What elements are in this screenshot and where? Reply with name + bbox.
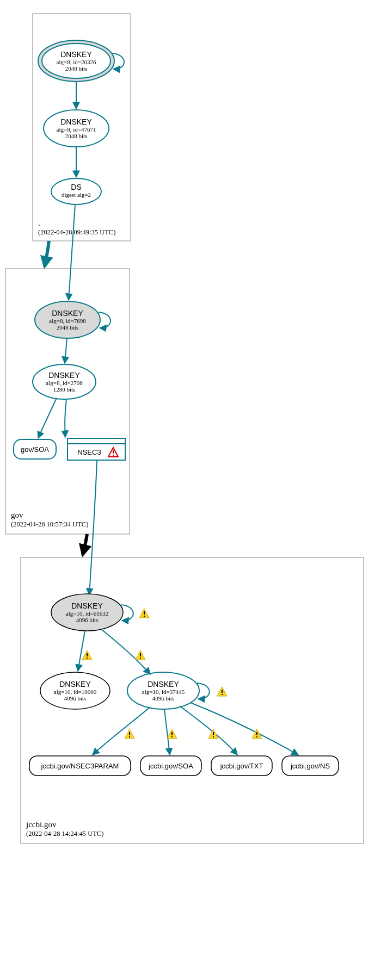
edge-zsk2-txt <box>180 706 237 755</box>
edge-jccbi-ksk-zsk1 <box>78 631 85 671</box>
edge-root-to-gov-delegation <box>45 241 49 266</box>
warning-icon <box>208 729 218 739</box>
svg-text:1280 bits: 1280 bits <box>53 386 76 393</box>
svg-text:4096 bits: 4096 bits <box>64 695 87 702</box>
svg-text:gov/SOA: gov/SOA <box>21 445 49 454</box>
node-jccbi-ns: jccbi.gov/NS <box>282 756 339 776</box>
warning-icon <box>136 650 145 660</box>
zone-jccbi-timestamp: (2022-04-28 14:24:45 UTC) <box>26 830 103 838</box>
edge-gov-ksk-zsk <box>65 338 67 363</box>
svg-text:2048 bits: 2048 bits <box>65 65 88 72</box>
dnssec-graph: . (2022-04-28 09:49:35 UTC) DNSKEY alg=8… <box>0 0 387 980</box>
svg-text:DNSKEY: DNSKEY <box>148 680 179 689</box>
warning-icon <box>167 729 177 739</box>
svg-text:DNSKEY: DNSKEY <box>52 309 83 318</box>
node-root-zsk: DNSKEY alg=8, id=47671 2048 bits <box>44 110 109 147</box>
svg-text:2048 bits: 2048 bits <box>65 133 88 139</box>
edge-ds-to-gov-ksk <box>69 204 75 300</box>
svg-text:alg=8, id=47671: alg=8, id=47671 <box>57 126 96 133</box>
edge-zsk2-ns <box>191 703 298 755</box>
edge-nsec3-to-jccbi-ksk <box>89 460 97 595</box>
warning-icon <box>139 609 149 618</box>
svg-text:jccbi.gov/TXT: jccbi.gov/TXT <box>220 762 263 770</box>
zone-gov-timestamp: (2022-04-28 10:57:34 UTC) <box>11 520 88 528</box>
svg-text:jccbi.gov/NSEC3PARAM: jccbi.gov/NSEC3PARAM <box>41 762 119 770</box>
svg-text:digest alg=2: digest alg=2 <box>62 191 91 198</box>
edge-jccbi-ksk-zsk2 <box>101 629 150 674</box>
svg-text:alg=10, id=37445: alg=10, id=37445 <box>142 689 185 695</box>
zone-jccbi: jccbi.gov (2022-04-28 14:24:45 UTC) DNSK… <box>21 557 364 843</box>
svg-text:4096 bits: 4096 bits <box>76 617 99 623</box>
zone-root: . (2022-04-28 09:49:35 UTC) DNSKEY alg=8… <box>33 14 131 241</box>
zone-gov: gov (2022-04-28 10:57:34 UTC) DNSKEY alg… <box>5 269 130 534</box>
svg-text:alg=8, id=20326: alg=8, id=20326 <box>57 59 96 65</box>
node-jccbi-ksk: DNSKEY alg=10, id=61632 4096 bits <box>51 594 123 631</box>
edge-zsk2-soa <box>164 709 170 755</box>
zone-jccbi-label: jccbi.gov <box>26 820 57 829</box>
node-jccbi-txt: jccbi.gov/TXT <box>211 756 272 776</box>
node-jccbi-zsk2: DNSKEY alg=10, id=37445 4096 bits <box>127 672 199 709</box>
svg-text:2048 bits: 2048 bits <box>57 324 79 331</box>
edge-gov-zsk-nsec3 <box>65 399 66 437</box>
svg-text:DNSKEY: DNSKEY <box>60 50 92 59</box>
node-jccbi-nsec3param: jccbi.gov/NSEC3PARAM <box>29 756 131 776</box>
svg-text:alg=8, id=2706: alg=8, id=2706 <box>46 380 83 386</box>
node-jccbi-zsk1: DNSKEY alg=10, id=18080 4096 bits <box>40 672 110 709</box>
node-root-ksk: DNSKEY alg=8, id=20326 2048 bits <box>38 40 114 82</box>
edge-zsk2-nsec3param <box>93 707 150 755</box>
warning-icon <box>125 729 134 739</box>
svg-text:DS: DS <box>71 183 81 191</box>
zone-root-timestamp: (2022-04-28 09:49:35 UTC) <box>38 228 115 236</box>
svg-text:DNSKEY: DNSKEY <box>71 601 103 610</box>
warning-icon <box>82 650 92 660</box>
svg-text:alg=8, id=7698: alg=8, id=7698 <box>49 318 86 324</box>
svg-text:NSEC3: NSEC3 <box>77 448 101 456</box>
zone-root-label: . <box>38 219 40 227</box>
svg-text:4096 bits: 4096 bits <box>152 695 175 702</box>
svg-text:DNSKEY: DNSKEY <box>60 117 92 126</box>
svg-text:DNSKEY: DNSKEY <box>59 680 91 689</box>
node-jccbi-soa: jccbi.gov/SOA <box>140 756 201 776</box>
node-gov-zsk: DNSKEY alg=8, id=2706 1280 bits <box>33 364 96 399</box>
svg-text:jccbi.gov/NS: jccbi.gov/NS <box>290 762 330 770</box>
edge-gov-to-jccbi-delegation <box>83 534 87 555</box>
node-root-ds: DS digest alg=2 <box>51 178 101 204</box>
node-gov-nsec3: NSEC3 <box>67 438 125 460</box>
node-gov-ksk: DNSKEY alg=8, id=7698 2048 bits <box>35 301 100 338</box>
edge-gov-zsk-soa <box>38 398 57 438</box>
svg-text:jccbi.gov/SOA: jccbi.gov/SOA <box>148 762 193 770</box>
svg-text:DNSKEY: DNSKEY <box>48 371 80 380</box>
warning-icon <box>217 687 227 696</box>
svg-text:alg=10, id=18080: alg=10, id=18080 <box>54 689 97 695</box>
node-gov-soa: gov/SOA <box>14 439 56 459</box>
svg-text:alg=10, id=61632: alg=10, id=61632 <box>66 610 108 617</box>
zone-gov-label: gov <box>11 511 23 519</box>
